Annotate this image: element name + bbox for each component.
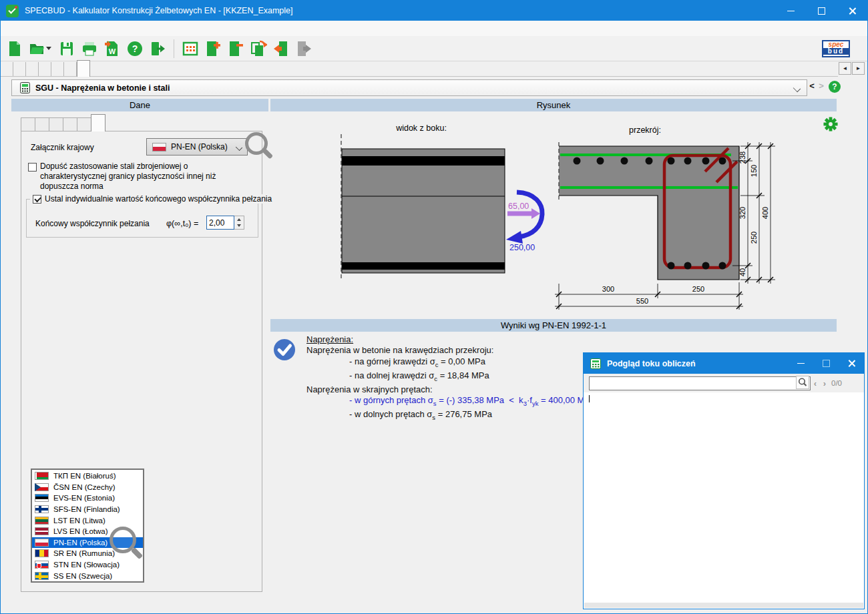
module-tab[interactable] <box>13 62 26 76</box>
country-list-item[interactable]: LST EN (Litwa) <box>32 515 143 526</box>
dane-tab[interactable] <box>49 117 63 131</box>
country-list-item[interactable]: ČSN EN (Czechy) <box>32 482 143 493</box>
help-icon: ? <box>126 40 144 57</box>
popup-minimize-button[interactable] <box>788 353 813 374</box>
spin-down-button[interactable] <box>234 223 244 230</box>
minimize-icon <box>797 363 805 364</box>
exit-icon <box>149 40 166 57</box>
title-bar: SPECBUD - Kalkulator Konstrukcji Żelbeto… <box>1 1 867 21</box>
country-list-item[interactable]: ТКП EN (Białoruś) <box>32 471 143 482</box>
menu-item[interactable] <box>1 21 13 36</box>
menu-item[interactable] <box>13 21 25 36</box>
dane-tab[interactable] <box>21 117 35 131</box>
section-title: SGU - Naprężenia w betonie i stali <box>35 83 170 93</box>
open-file-button[interactable] <box>26 38 55 59</box>
tab-scroll-left-button[interactable]: ◄ <box>839 62 851 75</box>
country-flag-icon <box>35 549 49 557</box>
creep-spinner <box>234 216 244 230</box>
search-icon[interactable] <box>796 376 809 389</box>
element-list-button[interactable] <box>179 38 202 59</box>
country-list-item[interactable]: STN EN (Słowacja) <box>32 559 143 571</box>
country-list-item[interactable]: PN-EN (Polska) <box>32 537 143 549</box>
rysunek-panel-header: Rysunek <box>270 99 837 111</box>
dane-tab[interactable] <box>35 117 49 131</box>
country-flag-icon <box>35 539 49 547</box>
minimize-button[interactable] <box>775 1 806 21</box>
dane-tab-bar <box>21 115 105 131</box>
popup-search-input[interactable] <box>589 376 811 390</box>
close-button[interactable] <box>837 1 867 21</box>
steel-yield-checkbox[interactable] <box>28 163 37 172</box>
export-word-button[interactable]: W <box>101 38 124 59</box>
chevron-down-icon[interactable] <box>793 85 801 92</box>
national-annex-select[interactable]: PN-EN (Polska) <box>146 138 248 156</box>
country-label: STN EN (Słowacja) <box>53 561 120 569</box>
creep-group-title: Ustal indywidualnie wartość końcowego ws… <box>45 194 272 204</box>
popup-maximize-button[interactable] <box>813 353 839 374</box>
module-tab[interactable] <box>51 62 64 76</box>
module-tab[interactable] <box>39 62 51 76</box>
dane-tab[interactable] <box>77 117 91 131</box>
export-element-icon <box>295 40 312 57</box>
annex-label: Załącznik krajowy <box>31 143 94 152</box>
country-label: EVS-EN (Estonia) <box>53 494 115 502</box>
copy-element-button[interactable] <box>247 38 270 59</box>
creep-symbol: φ(∞,t₀) = <box>166 219 198 228</box>
calculation-text-area[interactable] <box>584 392 863 603</box>
tab-scroll-right-button[interactable]: ► <box>852 62 865 75</box>
new-file-button[interactable] <box>3 38 26 59</box>
svg-text:?: ? <box>132 43 138 54</box>
module-tab[interactable] <box>64 62 77 76</box>
print-button[interactable] <box>78 38 101 59</box>
dane-panel-header: Dane <box>11 99 268 111</box>
chevron-down-icon <box>236 144 242 151</box>
menu-item[interactable] <box>37 21 49 36</box>
prev-module-button[interactable]: < <box>807 81 817 91</box>
dane-tab[interactable] <box>63 117 77 131</box>
creep-checkbox[interactable] <box>33 195 41 204</box>
next-module-button[interactable]: > <box>817 81 826 91</box>
creep-value-input[interactable] <box>206 216 234 230</box>
svg-text:400: 400 <box>761 207 769 219</box>
save-button[interactable] <box>55 38 78 59</box>
country-flag-icon <box>35 483 49 491</box>
scroll-right-icon: ► <box>856 65 861 71</box>
maximize-button[interactable] <box>806 1 837 21</box>
module-help-button[interactable]: ? <box>829 81 841 93</box>
popup-close-button[interactable] <box>839 353 864 374</box>
open-dropdown-caret-icon[interactable] <box>46 47 51 50</box>
dane-tab[interactable] <box>91 114 105 131</box>
country-label: ČSN EN (Czechy) <box>53 483 116 491</box>
module-tab[interactable] <box>26 62 39 76</box>
menu-bar <box>1 21 867 36</box>
module-tab[interactable] <box>1 62 13 76</box>
copy-element-icon <box>250 40 267 57</box>
import-element-button[interactable] <box>270 38 292 59</box>
menu-item[interactable] <box>25 21 37 36</box>
open-folder-icon <box>28 40 45 57</box>
help-button[interactable]: ? <box>124 38 146 59</box>
add-element-button[interactable] <box>202 38 224 59</box>
country-list-item[interactable]: LVS EN (Łotwa) <box>32 526 143 537</box>
country-list-item[interactable]: SR EN (Rumunia) <box>32 548 143 559</box>
minimize-icon <box>787 11 795 11</box>
module-selector-combobox[interactable]: SGU - Naprężenia w betonie i stali <box>11 79 807 96</box>
module-tab[interactable] <box>77 60 90 77</box>
country-list-item[interactable]: SS EN (Szwecja) <box>32 570 143 581</box>
spin-up-button[interactable] <box>234 216 244 223</box>
svg-text:250,00: 250,00 <box>509 243 535 252</box>
close-icon <box>849 7 856 15</box>
country-list-item[interactable]: EVS-EN (Estonia) <box>32 493 143 504</box>
steel-yield-checkbox-label: Dopuść zastosowanie stali zbrojeniowej o… <box>40 162 240 192</box>
maximize-icon <box>823 360 830 367</box>
search-next-button[interactable]: › <box>820 378 829 388</box>
svg-text:40: 40 <box>738 268 746 276</box>
exit-button[interactable] <box>146 38 169 59</box>
country-list-item[interactable]: SFS-EN (Finlandia) <box>32 504 143 515</box>
remove-element-button[interactable] <box>224 38 247 59</box>
svg-text:65,00: 65,00 <box>508 202 529 211</box>
cross-section-drawing <box>559 142 739 280</box>
export-element-button[interactable] <box>292 38 315 59</box>
normal-force-arrow: 65,00 <box>507 202 540 219</box>
search-prev-button[interactable]: ‹ <box>811 378 820 388</box>
